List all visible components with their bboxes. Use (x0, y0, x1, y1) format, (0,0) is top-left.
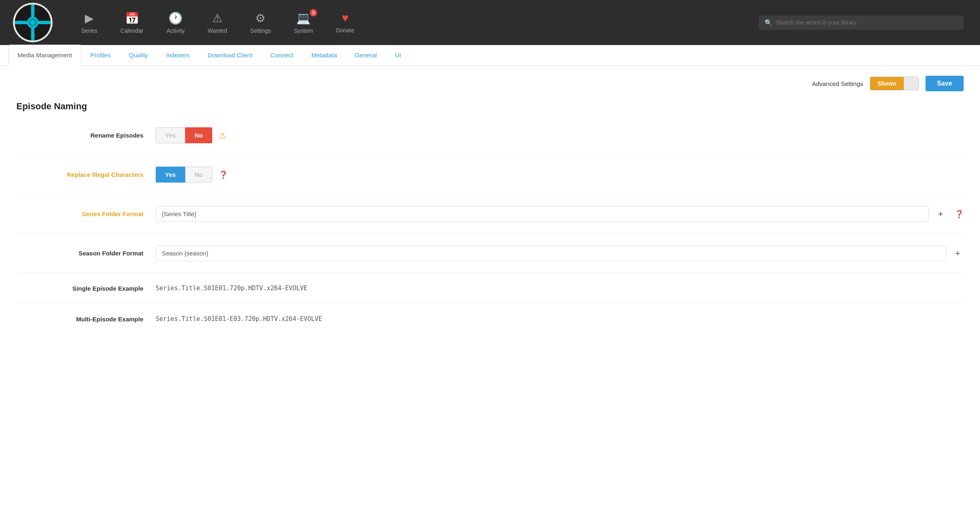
advanced-settings-bar: Advanced Settings Shown Save (16, 76, 964, 91)
settings-icon: ⚙ (255, 11, 265, 25)
season-folder-plus-button[interactable]: + (952, 246, 964, 260)
label-single-episode: Single Episode Example (16, 285, 156, 292)
replace-yes-button[interactable]: Yes (156, 167, 185, 183)
label-replace-illegal: Replace Illegal Characters (16, 171, 156, 178)
season-folder-input[interactable] (156, 245, 946, 261)
content-area: Media Management Profiles Quality Indexe… (0, 45, 980, 524)
replace-help-icon[interactable]: ❓ (219, 170, 228, 179)
series-folder-help-icon[interactable]: ❓ (955, 210, 964, 219)
form-row-season-folder: Season Folder Format + (16, 245, 964, 273)
app-logo (8, 2, 57, 43)
nav-item-system[interactable]: 💻 3 System (282, 7, 324, 38)
season-folder-input-group: + (156, 245, 964, 261)
advanced-toggle-group: Shown (870, 77, 919, 90)
nav-label-system: System (294, 27, 313, 34)
settings-tabs: Media Management Profiles Quality Indexe… (0, 45, 980, 66)
controls-season-folder: + (156, 245, 964, 261)
svg-point-8 (30, 20, 35, 25)
tab-connect[interactable]: Connect (261, 45, 302, 66)
single-episode-example: Series.Title.S01E01.720p.HDTV.x264-EVOLV… (156, 285, 307, 292)
nav-item-donate[interactable]: ♥ Donate (324, 7, 366, 38)
tab-general[interactable]: General (346, 45, 386, 66)
nav-label-settings: Settings (250, 27, 271, 34)
controls-series-folder: + ❓ (156, 206, 964, 222)
tab-download-client[interactable]: Download Client (199, 45, 261, 66)
series-folder-input[interactable] (156, 206, 929, 222)
rename-yes-button[interactable]: Yes (156, 127, 185, 143)
label-rename-episodes: Rename Episodes (16, 132, 156, 139)
search-icon: 🔍 (764, 19, 773, 27)
nav-item-settings[interactable]: ⚙ Settings (239, 7, 283, 38)
label-multi-episode: Multi-Episode Example (16, 316, 156, 323)
settings-content: Advanced Settings Shown Save Episode Nam… (0, 66, 980, 355)
save-button[interactable]: Save (926, 76, 964, 91)
controls-rename-episodes: Yes No ⚠ (156, 127, 964, 143)
controls-replace-illegal: Yes No ❓ (156, 167, 964, 183)
form-row-replace-illegal: Replace Illegal Characters Yes No ❓ (16, 167, 964, 194)
series-folder-input-group: + ❓ (156, 206, 964, 222)
navbar: ▶ Series 📅 Calendar 🕐 Activity ⚠ Wanted … (0, 0, 980, 45)
nav-label-calendar: Calendar (120, 27, 144, 34)
system-icon: 💻 (296, 11, 311, 25)
series-folder-plus-button[interactable]: + (935, 207, 946, 221)
form-row-multi-episode: Multi-Episode Example Series.Title.S01E0… (16, 315, 964, 334)
replace-no-button[interactable]: No (185, 167, 212, 183)
form-row-rename-episodes: Rename Episodes Yes No ⚠ (16, 127, 964, 155)
nav-label-wanted: Wanted (208, 27, 227, 34)
tab-metadata[interactable]: Metadata (302, 45, 346, 66)
label-season-folder: Season Folder Format (16, 250, 156, 257)
advanced-settings-label: Advanced Settings (812, 80, 863, 87)
rename-toggle: Yes No (156, 127, 212, 143)
nav-item-calendar[interactable]: 📅 Calendar (109, 7, 155, 38)
nav-item-activity[interactable]: 🕐 Activity (155, 7, 196, 38)
system-badge: 3 (310, 9, 317, 16)
warning-icon: ⚠ (219, 131, 226, 140)
form-row-series-folder: Series Folder Format + ❓ (16, 206, 964, 234)
section-title: Episode Naming (16, 101, 964, 116)
advanced-shown-button[interactable]: Shown (870, 77, 904, 90)
nav-label-activity: Activity (167, 27, 185, 34)
replace-toggle: Yes No (156, 167, 212, 183)
tab-ui[interactable]: UI (386, 45, 410, 66)
controls-multi-episode: Series.Title.S01E01-E03.720p.HDTV.x264-E… (156, 315, 964, 323)
tab-media-management[interactable]: Media Management (8, 45, 82, 66)
multi-episode-example: Series.Title.S01E01-E03.720p.HDTV.x264-E… (156, 315, 322, 323)
form-row-single-episode: Single Episode Example Series.Title.S01E… (16, 285, 964, 304)
activity-icon: 🕐 (168, 11, 183, 25)
nav-item-wanted[interactable]: ⚠ Wanted (196, 7, 239, 38)
advanced-hidden-button[interactable] (904, 77, 919, 90)
donate-icon: ♥ (342, 11, 349, 25)
nav-label-series: Series (81, 27, 98, 34)
calendar-icon: 📅 (125, 11, 139, 25)
controls-single-episode: Series.Title.S01E01.720p.HDTV.x264-EVOLV… (156, 285, 964, 292)
nav-label-donate: Donate (336, 27, 354, 34)
series-icon: ▶ (85, 11, 94, 25)
search-bar: 🔍 (759, 16, 964, 30)
tab-indexers[interactable]: Indexers (157, 45, 199, 66)
label-series-folder: Series Folder Format (16, 210, 156, 217)
rename-no-button[interactable]: No (185, 127, 212, 143)
nav-item-series[interactable]: ▶ Series (70, 7, 109, 38)
search-input[interactable] (776, 19, 958, 26)
tab-profiles[interactable]: Profiles (82, 45, 120, 66)
tab-quality[interactable]: Quality (120, 45, 157, 66)
wanted-icon: ⚠ (212, 11, 222, 25)
nav-links: ▶ Series 📅 Calendar 🕐 Activity ⚠ Wanted … (70, 7, 751, 38)
